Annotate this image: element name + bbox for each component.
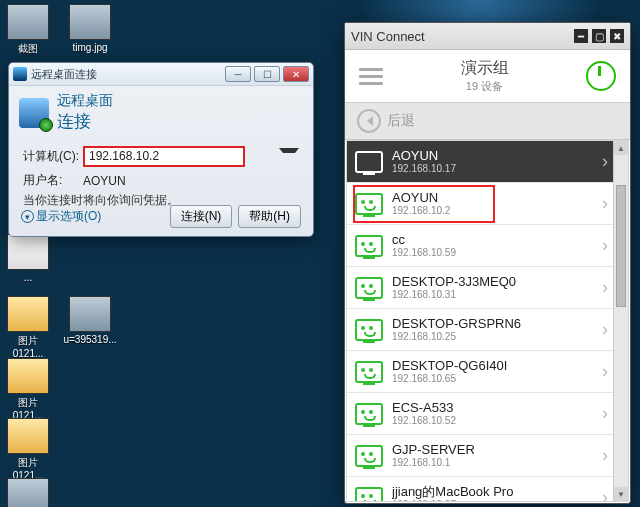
monitor-icon (355, 235, 383, 257)
device-name: DESKTOP-3J3MEQ0 (392, 275, 602, 289)
desktop-icon[interactable]: 3a21f... (0, 478, 56, 507)
monitor-icon (355, 151, 383, 173)
file-icon (69, 4, 111, 40)
device-name: DESKTOP-GRSPRN6 (392, 317, 602, 331)
device-name: GJP-SERVER (392, 443, 602, 457)
monitor-icon (355, 277, 383, 299)
rdc-logo-icon (19, 98, 49, 128)
file-icon (69, 296, 111, 332)
chevron-right-icon: › (602, 193, 608, 214)
chevron-right-icon: › (602, 277, 608, 298)
group-device-count: 19 设备 (383, 79, 586, 94)
show-options-label: 显示选项(O) (36, 208, 101, 225)
back-icon[interactable] (357, 109, 381, 133)
scrollbar[interactable]: ▲ ▼ (613, 141, 628, 501)
scroll-thumb[interactable] (616, 185, 626, 307)
vin-maximize-button[interactable]: ▢ (592, 29, 606, 43)
icon-label: ... (0, 272, 56, 283)
device-row[interactable]: cc192.168.10.59› (347, 225, 614, 267)
desktop-icon[interactable]: timg.jpg (62, 4, 118, 53)
device-ip: 192.168.10.59 (392, 247, 602, 259)
device-name: AOYUN (392, 191, 602, 205)
file-icon (7, 358, 49, 394)
device-ip: 192.168.10.17 (392, 163, 602, 175)
desktop: 截图timg.jpg...图片0121...u=395319...图片0121.… (0, 0, 640, 507)
monitor-icon (355, 403, 383, 425)
device-ip: 192.168.10.2 (392, 205, 602, 217)
scroll-up-icon[interactable]: ▲ (614, 141, 628, 155)
group-name: 演示组 (383, 58, 586, 79)
desktop-icon[interactable]: 图片0121... (0, 418, 56, 481)
rdc-heading-2: 连接 (57, 110, 113, 133)
desktop-icon[interactable]: 图片0121... (0, 296, 56, 359)
device-row[interactable]: DESKTOP-QG6I40I192.168.10.65› (347, 351, 614, 393)
monitor-icon (355, 319, 383, 341)
monitor-icon (355, 445, 383, 467)
minimize-button[interactable]: ─ (225, 66, 251, 82)
menu-icon[interactable] (359, 68, 383, 85)
icon-label: timg.jpg (62, 42, 118, 53)
maximize-button[interactable]: ☐ (254, 66, 280, 82)
device-ip: 192.168.10.37 (392, 499, 602, 502)
device-ip: 192.168.10.65 (392, 373, 602, 385)
chevron-right-icon: › (602, 403, 608, 424)
computer-input[interactable]: 192.168.10.2 (83, 146, 245, 167)
chevron-right-icon: › (602, 151, 608, 172)
device-list: AOYUN192.168.10.17›AOYUN192.168.10.2›cc1… (347, 141, 628, 501)
chevron-right-icon: › (602, 445, 608, 466)
desktop-icon[interactable]: ... (0, 234, 56, 283)
file-icon (7, 296, 49, 332)
close-button[interactable]: ✕ (283, 66, 309, 82)
device-name: AOYUN (392, 149, 602, 163)
file-icon (7, 234, 49, 270)
scroll-down-icon[interactable]: ▼ (614, 487, 628, 501)
icon-label: 图片0121... (0, 334, 56, 359)
username-label: 用户名: (23, 172, 83, 189)
rdc-title-icon (13, 67, 27, 81)
desktop-icon[interactable]: u=395319... (62, 296, 118, 345)
device-ip: 192.168.10.31 (392, 289, 602, 301)
desktop-icon[interactable]: 图片0121... (0, 358, 56, 421)
device-row[interactable]: AOYUN192.168.10.17› (347, 141, 614, 183)
device-ip: 192.168.10.25 (392, 331, 602, 343)
file-icon (7, 4, 49, 40)
chevron-right-icon: › (602, 319, 608, 340)
back-label: 后退 (387, 112, 415, 130)
computer-dropdown-icon[interactable] (279, 148, 299, 169)
vin-title: VIN Connect (351, 29, 425, 44)
rdc-title: 远程桌面连接 (31, 67, 97, 82)
device-row[interactable]: GJP-SERVER192.168.10.1› (347, 435, 614, 477)
help-button[interactable]: 帮助(H) (238, 205, 301, 228)
connect-button[interactable]: 连接(N) (170, 205, 233, 228)
monitor-icon (355, 487, 383, 502)
device-row[interactable]: jjiang的MacBook Pro192.168.10.37› (347, 477, 614, 501)
monitor-icon (355, 193, 383, 215)
username-value: AOYUN (83, 174, 126, 188)
power-icon[interactable] (586, 61, 616, 91)
device-name: DESKTOP-QG6I40I (392, 359, 602, 373)
desktop-icon[interactable]: 截图 (0, 4, 56, 56)
device-name: ECS-A533 (392, 401, 602, 415)
chevron-right-icon: › (602, 487, 608, 501)
vin-titlebar[interactable]: VIN Connect ━ ▢ ✖ (345, 23, 630, 50)
device-name: jjiang的MacBook Pro (392, 485, 602, 499)
chevron-right-icon: › (602, 361, 608, 382)
vin-minimize-button[interactable]: ━ (574, 29, 588, 43)
rdc-titlebar[interactable]: 远程桌面连接 ─ ☐ ✕ (9, 63, 313, 86)
monitor-icon (355, 361, 383, 383)
device-row[interactable]: DESKTOP-3J3MEQ0192.168.10.31› (347, 267, 614, 309)
device-row[interactable]: AOYUN192.168.10.2› (347, 183, 614, 225)
show-options-toggle[interactable]: ▾ 显示选项(O) (21, 208, 101, 225)
vin-close-button[interactable]: ✖ (610, 29, 624, 43)
breadcrumb[interactable]: 后退 (345, 103, 630, 140)
icon-label: u=395319... (62, 334, 118, 345)
vin-window: VIN Connect ━ ▢ ✖ 演示组 19 设备 后退 AOYUN192.… (344, 22, 631, 504)
device-ip: 192.168.10.1 (392, 457, 602, 469)
rdc-window: 远程桌面连接 ─ ☐ ✕ 远程桌面 连接 计算机(C): 192.168.10.… (8, 62, 314, 237)
device-name: cc (392, 233, 602, 247)
computer-label: 计算机(C): (23, 148, 83, 165)
icon-label: 截图 (0, 42, 56, 56)
device-row[interactable]: DESKTOP-GRSPRN6192.168.10.25› (347, 309, 614, 351)
device-row[interactable]: ECS-A533192.168.10.52› (347, 393, 614, 435)
chevron-right-icon: › (602, 235, 608, 256)
